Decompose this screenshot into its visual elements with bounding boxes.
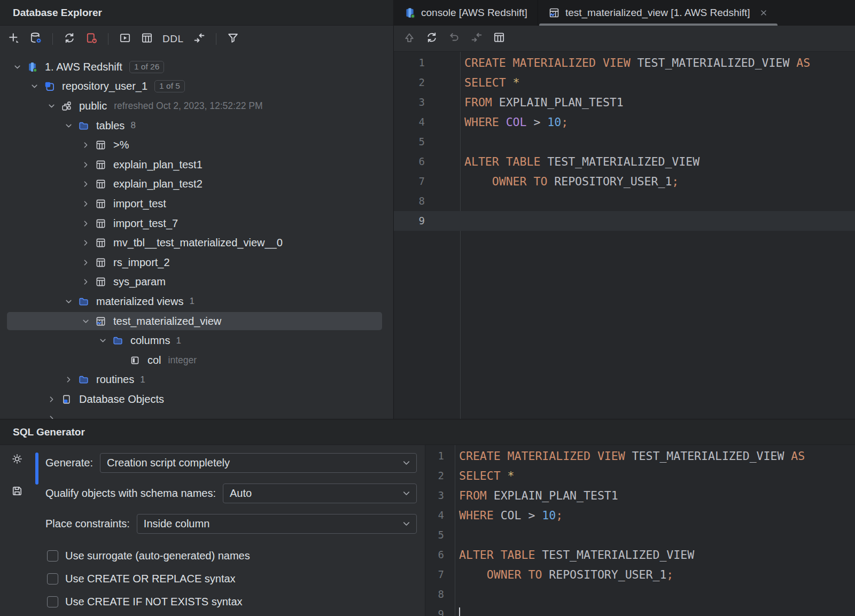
sql-generator-preview[interactable]: 1 CREATE MATERIALIZED VIEW TEST_MATERIAL… [425,445,855,616]
jump-to-source-button[interactable] [193,32,206,46]
tree-item-mv-tbl-test-materialized-view-0[interactable]: mv_tbl__test_materialized_view__0 [0,233,393,253]
select-place-constraints[interactable]: Inside column [137,514,417,534]
tree-item-import-test-7[interactable]: import_test_7 [0,214,393,233]
tree-item-1-aws-redshift[interactable]: 1. AWS Redshift 1 of 26 [0,57,393,77]
tree-item-database-objects[interactable]: Database Objects [0,389,393,409]
chevron-down-icon[interactable] [62,119,75,132]
table-view-button[interactable] [141,32,153,46]
disconnect-button[interactable] [85,32,98,46]
chevron-down-icon[interactable] [62,295,75,308]
table-icon [95,218,106,229]
line-number: 9 [394,211,460,231]
add-button[interactable] [7,32,20,46]
item-count: 1 [189,296,194,307]
datasource-settings-button[interactable] [29,32,42,46]
settings-button[interactable] [11,453,24,465]
chevron-right-icon[interactable] [79,197,92,210]
table-icon [95,139,106,151]
ddl-button[interactable]: DDL [162,33,184,45]
partial-icon [61,413,72,419]
chevron-down-icon [401,488,412,499]
chevron-right-icon[interactable] [79,178,92,191]
tree-item-test-materialized-view[interactable]: test_materialized_view [0,311,393,331]
line-number: 2 [394,73,460,92]
chevron-right-icon[interactable] [62,373,75,386]
line-number: 3 [425,486,455,505]
code-line-2: 2 SELECT * [425,466,855,486]
tab-console-aws-redshift[interactable]: console [AWS Redshift] [394,0,538,26]
form-row: Qualify objects with schema names: Auto [45,484,417,503]
chevron-down-icon[interactable] [45,99,58,112]
filter-button[interactable] [227,32,239,46]
tree-item-sys-param[interactable]: sys_param [0,272,393,292]
upload-button[interactable] [403,31,416,46]
tree-item-item[interactable]: >% [0,135,393,155]
line-number: 6 [425,545,455,565]
query-console-button[interactable] [119,32,131,46]
chevron-down-icon[interactable] [11,60,24,73]
jump-to-source-button[interactable] [470,31,483,46]
chevron-down-icon[interactable] [28,80,41,93]
sql-editor[interactable]: 1 CREATE MATERIALIZED VIEW TEST_MATERIAL… [394,52,855,419]
code-line-4: 4 WHERE COL > 10; [425,505,855,525]
undo-button[interactable] [448,31,461,46]
line-number: 8 [394,191,460,211]
chevron-right-icon[interactable] [45,412,58,419]
filter-icon [227,32,239,44]
tree-item-label: 1. AWS Redshift [45,61,122,73]
chevron-right-icon[interactable] [79,256,92,269]
table-icon [95,276,106,287]
folder-icon [78,374,89,385]
scope-badge: 1 of 26 [129,61,164,73]
chevron-down-icon[interactable] [96,334,109,347]
item-count: 8 [130,120,135,131]
tree-item-materialized-views[interactable]: materialized views 1 [0,292,393,311]
tree-item-rs-import-2[interactable]: rs_import_2 [0,253,393,272]
chevron-right-icon[interactable] [79,217,92,230]
tree-item-label: rs_import_2 [113,256,170,269]
item-meta: integer [168,355,197,366]
tree-item-tables[interactable]: tables 8 [0,116,393,136]
code-line-6: 6 ALTER TABLE TEST_MATERIALIZED_VIEW [425,545,855,565]
chevron-right-icon[interactable] [79,237,92,249]
line-number: 7 [394,171,460,191]
field-label: Qualify objects with schema names: [45,487,216,500]
tree-item-label: public [79,100,107,112]
line-number: 5 [394,132,460,152]
chevron-right-icon[interactable] [45,393,58,406]
tree-item-routines[interactable]: routines 1 [0,370,393,390]
save-button[interactable] [11,485,24,497]
tree-item-label: col [147,354,161,367]
checkbox-use-surrogate-auto-generated-names[interactable] [47,550,58,562]
database-tree[interactable]: 1. AWS Redshift 1 of 26 repository_user_… [0,52,393,419]
code-line-3: 3 FROM EXPLAIN_PLAN_TEST1 [394,92,855,112]
tree-item-explain-plan-test2[interactable]: explain_plan_test2 [0,175,393,194]
chevron-down-icon[interactable] [79,315,92,328]
save-icon [11,485,24,497]
tree-item-import-test[interactable]: import_test [0,194,393,214]
refresh-button[interactable] [63,32,76,46]
tree-item-columns[interactable]: columns 1 [0,331,393,350]
close-icon[interactable] [759,8,768,18]
tree-item-label: import_test_7 [113,217,178,230]
select-qualify-objects-with-schema-names[interactable]: Auto [223,484,417,503]
checkbox-use-create-or-replace-syntax[interactable] [47,573,58,584]
tab-test-materialized-view-1-aws-redshift[interactable]: test_materialized_view [1. AWS Redshift] [538,0,779,26]
form-row: Place constraints: Inside column [45,514,417,534]
tree-item-repository-user-1[interactable]: repository_user_1 1 of 5 [0,77,393,97]
sql-generator-form: Generate: Creation script completely Qua… [45,445,417,613]
tree-item-item[interactable] [0,409,393,419]
chevron-right-icon[interactable] [79,139,92,152]
ide-window: Database Explorer DDL 1. AWS Redshift 1 … [0,0,855,616]
tree-item-public[interactable]: public refreshed Oct 2, 2023, 12:52:22 P… [0,96,393,116]
item-meta: refreshed Oct 2, 2023, 12:52:22 PM [114,100,262,112]
chevron-right-icon[interactable] [79,158,92,171]
tree-item-col[interactable]: col integer [0,350,393,370]
tree-item-explain-plan-test1[interactable]: explain_plan_test1 [0,155,393,175]
table-view-button[interactable] [493,31,506,46]
select-generate[interactable]: Creation script completely [100,453,417,473]
checkbox-use-create-if-not-exists-syntax[interactable] [47,596,58,607]
datasource-settings-icon [29,32,42,44]
refresh-button[interactable] [425,31,438,46]
chevron-right-icon[interactable] [79,276,92,288]
